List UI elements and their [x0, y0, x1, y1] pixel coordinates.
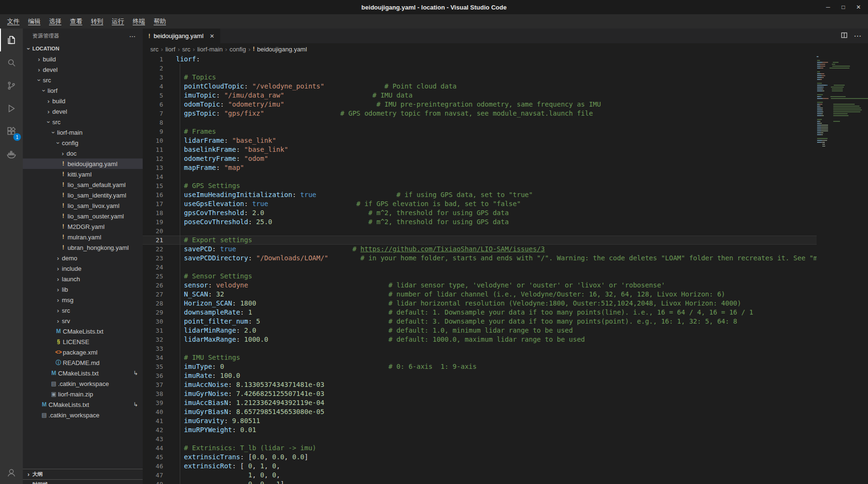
code-line-46[interactable]: 46 extrinsicRot: [ 0, 1, 0,: [143, 462, 817, 471]
tree-file-lio_sam_identity.yaml[interactable]: !lio_sam_identity.yaml: [23, 190, 143, 200]
minimap[interactable]: [817, 55, 868, 484]
code-line-14[interactable]: 14: [143, 172, 817, 181]
tree-folder-lib[interactable]: ›lib: [23, 284, 143, 295]
tree-folder-include[interactable]: ›include: [23, 263, 143, 274]
section-大纲[interactable]: ›大纲: [23, 469, 143, 479]
section-时间线[interactable]: ›时间线: [23, 479, 143, 484]
code-line-4[interactable]: 4 pointCloudTopic: "/velodyne_points" # …: [143, 82, 817, 91]
account-button[interactable]: [0, 461, 23, 484]
tree-folder-devel[interactable]: ›devel: [23, 106, 143, 117]
code-line-22[interactable]: 22 savePCD: true # https://github.com/Ti…: [143, 245, 817, 254]
code-line-29[interactable]: 29 downsampleRate: 1 # default: 1. Downs…: [143, 308, 817, 317]
code-line-32[interactable]: 32 lidarMaxRange: 1000.0 # default: 1000…: [143, 335, 817, 344]
breadcrumb-item[interactable]: liorf-main: [197, 46, 223, 53]
menu-item[interactable]: 编辑: [24, 17, 45, 26]
code-line-11[interactable]: 11 baselinkFrame: "base_link": [143, 145, 817, 154]
extensions-button[interactable]: 1: [0, 120, 23, 143]
tree-folder-build[interactable]: ›build: [23, 96, 143, 106]
code-line-25[interactable]: 25 # Sensor Settings: [143, 272, 817, 281]
code-line-45[interactable]: 45 extrinsicTrans: [0.0, 0.0, 0.0]: [143, 453, 817, 462]
code-line-15[interactable]: 15 # GPS Settings: [143, 181, 817, 190]
tree-file-M2DGR.yaml[interactable]: !M2DGR.yaml: [23, 221, 143, 232]
code-line-31[interactable]: 31 lidarMinRange: 2.0 # default: 1.0, mi…: [143, 326, 817, 335]
code-lines[interactable]: 1liorf:23 # Topics4 pointCloudTopic: "/v…: [143, 55, 817, 484]
tree-folder-msg[interactable]: ›msg: [23, 295, 143, 305]
menu-item[interactable]: 查看: [66, 17, 87, 26]
code-line-34[interactable]: 34 # IMU Settings: [143, 353, 817, 362]
code-line-12[interactable]: 12 odometryFrame: "odom": [143, 154, 817, 163]
menu-item[interactable]: 帮助: [149, 17, 170, 26]
code-line-26[interactable]: 26 sensor: velodyne # lidar sensor type,…: [143, 281, 817, 290]
tree-folder-devel[interactable]: ›devel: [23, 64, 143, 75]
tree-folder-src[interactable]: ›src: [23, 305, 143, 316]
code-line-13[interactable]: 13 mapFrame: "map": [143, 163, 817, 172]
code-line-3[interactable]: 3 # Topics: [143, 73, 817, 82]
tree-folder-launch[interactable]: ›launch: [23, 274, 143, 284]
menu-item[interactable]: 终端: [128, 17, 149, 26]
code-line-42[interactable]: 42 imuRPYWeight: 0.01: [143, 425, 817, 435]
tree-file-liorf-main.zip[interactable]: ▣liorf-main.zip: [23, 389, 143, 399]
code-line-20[interactable]: 20: [143, 227, 817, 236]
code-line-47[interactable]: 47 1, 0, 0,: [143, 471, 817, 480]
tree-folder-src[interactable]: ›src: [23, 75, 143, 85]
code-line-43[interactable]: 43: [143, 435, 817, 444]
code-line-35[interactable]: 35 imuType: 0 # 0: 6-axis 1: 9-axis: [143, 362, 817, 371]
breadcrumb-item[interactable]: config: [229, 46, 246, 53]
code-line-38[interactable]: 38 imuGyrNoise: 7.4266825125507141e-03: [143, 389, 817, 398]
breadcrumb-item[interactable]: liorf: [166, 46, 176, 53]
menu-item[interactable]: 选择: [45, 17, 66, 26]
tree-file-CMakeLists.txt[interactable]: MCMakeLists.txt↳: [23, 399, 143, 410]
tree-folder-srv[interactable]: ›srv: [23, 316, 143, 326]
code-line-16[interactable]: 16 useImuHeadingInitialization: true # i…: [143, 190, 817, 199]
tree-file-kitti.yaml[interactable]: !kitti.yaml: [23, 169, 143, 179]
split-editor-icon[interactable]: [840, 31, 848, 41]
tree-file-README.md[interactable]: ⓘREADME.md: [23, 357, 143, 368]
code-line-8[interactable]: 8: [143, 118, 817, 127]
breadcrumb-item[interactable]: src: [182, 46, 190, 53]
code-line-40[interactable]: 40 imuGyrBiasN: 8.6572985145653080e-05: [143, 407, 817, 416]
code-line-10[interactable]: 10 lidarFrame: "base_link": [143, 136, 817, 145]
code-line-5[interactable]: 5 imuTopic: "/imu/data_raw" # IMU data: [143, 91, 817, 100]
minimize-button[interactable]: ─: [824, 4, 832, 10]
code-line-18[interactable]: 18 gpsCovThreshold: 2.0 # m^2, threshold…: [143, 208, 817, 217]
breadcrumb-item[interactable]: src: [150, 46, 158, 53]
more-actions-icon[interactable]: ⋯: [854, 31, 861, 40]
workspace-root-header[interactable]: › LOCATION: [23, 43, 143, 54]
code-line-9[interactable]: 9 # Frames: [143, 127, 817, 136]
code-line-33[interactable]: 33: [143, 344, 817, 353]
run-debug-button[interactable]: [0, 97, 23, 120]
tree-file-lio_sam_default.yaml[interactable]: !lio_sam_default.yaml: [23, 179, 143, 190]
code-line-36[interactable]: 36 imuRate: 100.0: [143, 371, 817, 380]
code-line-19[interactable]: 19 poseCovThreshold: 25.0 # m^2, thresho…: [143, 217, 817, 227]
code-line-6[interactable]: 6 odomTopic: "odometry/imu" # IMU pre-pr…: [143, 100, 817, 109]
docker-button[interactable]: [0, 143, 23, 166]
code-line-2[interactable]: 2: [143, 64, 817, 73]
code-line-37[interactable]: 37 imuAccNoise: 8.1330537434371481e-03: [143, 380, 817, 389]
code-line-7[interactable]: 7 gpsTopic: "gps/fixz" # GPS odometry to…: [143, 109, 817, 118]
tree-file-CMakeLists.txt[interactable]: MCMakeLists.txt: [23, 326, 143, 336]
code-line-17[interactable]: 17 useGpsElevation: true # if GPS elevat…: [143, 199, 817, 208]
menu-item[interactable]: 运行: [107, 17, 128, 26]
tree-folder-config[interactable]: ›config: [23, 138, 143, 148]
tree-folder-src[interactable]: ›src: [23, 117, 143, 127]
tree-file-CMakeLists.txt[interactable]: MCMakeLists.txt↳: [23, 368, 143, 378]
tree-file-mulran.yaml[interactable]: !mulran.yaml: [23, 232, 143, 242]
tree-file-package.xml[interactable]: <>package.xml: [23, 347, 143, 357]
tree-file-ubran_hongkong.yaml[interactable]: !ubran_hongkong.yaml: [23, 242, 143, 253]
search-button[interactable]: [0, 51, 23, 74]
tab-beidoujigang-yaml[interactable]: ! beidoujigang.yaml ✕: [143, 29, 220, 43]
code-line-1[interactable]: 1liorf:: [143, 55, 817, 64]
tree-file-beidoujigang.yaml[interactable]: !beidoujigang.yaml: [23, 158, 143, 169]
menu-item[interactable]: 文件: [3, 17, 24, 26]
source-control-button[interactable]: [0, 74, 23, 97]
code-line-48[interactable]: 48 0, 0, -1]: [143, 480, 817, 484]
restore-button[interactable]: □: [839, 4, 847, 10]
tree-folder-liorf[interactable]: ›liorf: [23, 85, 143, 96]
close-icon[interactable]: ✕: [210, 33, 215, 40]
code-line-41[interactable]: 41 imuGravity: 9.80511: [143, 416, 817, 425]
explorer-button[interactable]: [0, 29, 23, 51]
tree-file-lio_sam_livox.yaml[interactable]: !lio_sam_livox.yaml: [23, 200, 143, 211]
code-line-39[interactable]: 39 imuAccBiasN: 1.2123362494392119e-04: [143, 398, 817, 407]
tree-file-.catkin_workspace[interactable]: ▤.catkin_workspace: [23, 378, 143, 389]
code-line-27[interactable]: 27 N_SCAN: 32 # number of lidar channel …: [143, 290, 817, 299]
